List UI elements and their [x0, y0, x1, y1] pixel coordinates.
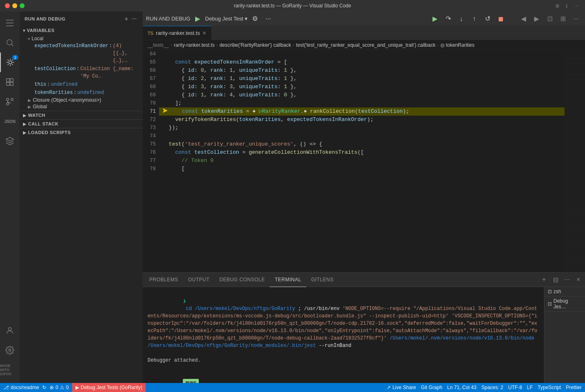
svg-rect-4 — [7, 82, 9, 85]
more-icon[interactable]: ··· — [574, 2, 580, 9]
formatter-label: Prettier — [566, 385, 582, 390]
breadcrumb-tests[interactable]: __tests__ — [148, 42, 169, 48]
window-controls[interactable] — [5, 3, 25, 8]
code-area[interactable]: const expectedTokensInRankOrder = [ { id… — [159, 50, 565, 272]
editor-content[interactable]: 64 65 66 67 68 69 70 71 72 73 74 75 76 7… — [143, 50, 585, 272]
restart-btn[interactable]: ↺ — [482, 13, 493, 25]
go-back-btn[interactable]: ◀ — [518, 13, 529, 25]
new-watch-icon[interactable]: + — [124, 15, 129, 23]
line-num-70: 70 — [143, 99, 156, 107]
debug-play-icon: ▶ — [75, 385, 79, 390]
maximize-button[interactable] — [20, 3, 25, 8]
close-button[interactable] — [5, 3, 10, 8]
more-btn2[interactable]: ··· — [570, 13, 582, 25]
terminal-runs-line: RUNS __tests__/rarity-ranker.test.ts — [148, 371, 539, 383]
status-spaces[interactable]: Spaces: 2 — [481, 385, 503, 390]
activity-settings[interactable] — [0, 340, 20, 360]
svg-point-1 — [9, 61, 11, 64]
sidebar-run-debug-header: RUN AND DEBUG + ··· — [20, 11, 143, 26]
go-forward-btn[interactable]: ▶ — [531, 13, 542, 25]
line-num-65: 65 — [143, 58, 156, 66]
tab-gitlens[interactable]: GITLENS — [306, 273, 339, 287]
split-icon[interactable]: ⫿ — [564, 2, 570, 9]
svg-rect-3 — [10, 79, 13, 82]
breadcrumb-file[interactable]: rarity-ranker.test.ts — [174, 42, 214, 48]
step-into-btn[interactable]: ↓ — [455, 13, 467, 25]
closure-group[interactable]: ▶ Closure (Object.<anonymous>) — [20, 97, 143, 103]
toolbar-right: ▶ ↷ ↓ ↑ ↺ ◼ ◀ ▶ ⊡ ⊞ ··· — [429, 13, 582, 25]
split-btn[interactable]: ⊡ — [544, 13, 555, 25]
activity-search[interactable] — [0, 33, 20, 52]
tab-debug-console[interactable]: DEBUG CONSOLE — [214, 273, 270, 287]
status-errors[interactable]: ⊗ 0 ⚠ 0 — [50, 385, 68, 390]
watch-section-header[interactable]: ▶ WATCH — [20, 111, 143, 119]
settings-button[interactable]: ⚙ — [249, 13, 261, 25]
loaded-scripts-section-header[interactable]: ▶ LOADED SCRIPTS — [20, 128, 143, 137]
cursor-position: Ln 71, Col 43 — [447, 385, 476, 390]
status-branch[interactable]: ⎇ docs/readme — [3, 385, 39, 390]
more-button[interactable]: ··· — [262, 13, 274, 25]
status-live-share[interactable]: ↗ Live Share — [387, 385, 416, 390]
code-line-67: { id: 2, rank: 1, uniqueTraits: 1 }, — [159, 75, 565, 83]
tab-close-button[interactable]: × — [203, 30, 206, 36]
panel-close-btn[interactable]: × — [574, 275, 583, 285]
breadcrumb-token[interactable]: ◎ tokenRarities — [440, 42, 474, 48]
step-out-btn[interactable]: ↑ — [469, 13, 480, 25]
activity-json[interactable]: JSON — [0, 112, 20, 131]
liveshare-icon: ↗ — [387, 385, 391, 390]
tab-terminal[interactable]: TERMINAL — [270, 273, 306, 287]
variables-section-header[interactable]: ▾ VARIABLES — [20, 26, 143, 34]
watch-chevron: ▶ — [23, 113, 27, 118]
variables-content: ▾ Local expectedTokensInRankOrder : (4) … — [20, 34, 143, 111]
global-group[interactable]: ▶ Global — [20, 103, 143, 110]
step-over-btn[interactable]: ↷ — [442, 13, 454, 25]
warning-icon: ⚠ — [60, 385, 64, 390]
window-title: rarity-ranker.test.ts — GoRarity — Visua… — [234, 3, 351, 9]
line-num-74: 74 — [143, 132, 156, 140]
status-sync[interactable]: ↻ — [42, 385, 46, 390]
activity-gitlens[interactable] — [0, 131, 20, 151]
local-group[interactable]: ▾ Local — [20, 35, 143, 42]
line-num-78: 78 — [143, 165, 156, 173]
continue-button[interactable]: ▶ — [192, 13, 203, 25]
tab-problems[interactable]: PROBLEMS — [144, 273, 183, 287]
activity-account[interactable] — [0, 321, 20, 340]
panel-more-btn[interactable]: ··· — [562, 275, 572, 285]
terminal-content[interactable]: ❯ cd /Users/mokel/DevOps/nftgo/GoRarity … — [143, 287, 544, 383]
activity-extensions[interactable] — [0, 72, 20, 92]
status-language[interactable]: TypeScript — [538, 385, 561, 390]
terminal-instance-debug[interactable]: ⊡ Debug Jes… — [544, 296, 585, 312]
status-formatter[interactable]: Prettier — [566, 385, 582, 390]
stop-btn[interactable]: ◼ — [495, 13, 506, 25]
minimize-button[interactable] — [12, 3, 17, 8]
status-eol[interactable]: LF — [527, 385, 533, 390]
status-encoding[interactable]: UTF-8 — [508, 385, 522, 390]
status-git-graph[interactable]: Git Graph — [421, 385, 442, 390]
status-position[interactable]: Ln 71, Col 43 — [447, 385, 476, 390]
tab-output[interactable]: OUTPUT — [183, 273, 214, 287]
code-line-78: [ — [159, 165, 565, 173]
callstack-section-header[interactable]: ▶ CALL STACK — [20, 120, 143, 128]
svg-rect-5 — [10, 82, 13, 85]
editor: 64 65 66 67 68 69 70 71 72 73 74 75 76 7… — [143, 50, 585, 272]
line-num-66: 66 — [143, 66, 156, 75]
layout-icon[interactable]: ⊞ — [554, 2, 560, 9]
activity-explorer[interactable] — [0, 13, 20, 33]
debug-badge: 1 — [12, 55, 18, 60]
ellipsis-icon[interactable]: ··· — [131, 15, 138, 23]
status-debug[interactable]: ▶ Debug Jest Tests (GoRarity) — [72, 383, 146, 392]
play-btn[interactable]: ▶ — [429, 13, 441, 25]
loaded-scripts-section: ▶ LOADED SCRIPTS — [20, 128, 143, 137]
activity-git[interactable] — [0, 92, 20, 112]
activity-debug[interactable]: 1 — [0, 52, 20, 72]
split-terminal-btn[interactable]: ⊟ — [551, 275, 560, 285]
layout-btn[interactable]: ⊞ — [557, 13, 569, 25]
code-line-68: { id: 3, rank: 3, uniqueTraits: 1 }, — [159, 83, 565, 91]
var-item-tokenrarities: tokenRarities : undefined — [20, 89, 143, 97]
new-terminal-btn[interactable]: + — [539, 275, 549, 285]
breadcrumb-test[interactable]: test('test_rarity_ranker_equal_score_and… — [296, 42, 435, 48]
tab-rarity-ranker[interactable]: TS rarity-ranker.test.ts × — [143, 26, 212, 40]
terminal-instance-zsh[interactable]: ⊡ zsh — [544, 287, 585, 296]
spaces-label: Spaces: 2 — [481, 385, 503, 390]
breadcrumb-describe[interactable]: describe('RarityRanker') callback — [219, 42, 291, 48]
